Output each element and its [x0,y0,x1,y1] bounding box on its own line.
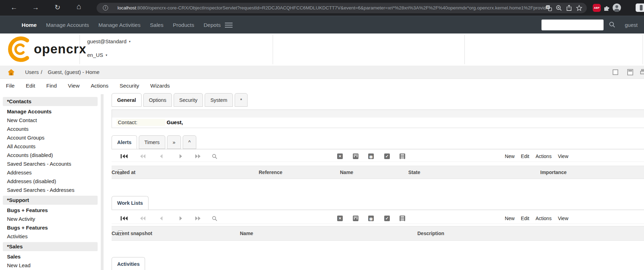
worklists-actions: NewEditActionsView [505,213,568,224]
first-page-icon[interactable] [120,216,128,221]
fast-next-icon[interactable] [194,153,202,159]
page-size-icon[interactable] [400,153,405,159]
grid-action-link[interactable]: Actions [536,216,552,221]
site-info-icon[interactable]: i [103,5,108,10]
fast-next-icon[interactable] [194,216,202,221]
menu-item[interactable]: Find [46,83,57,89]
sidebar-item[interactable]: All Accounts [0,142,100,151]
select-all-icon[interactable]: ✓ [384,216,390,221]
menu-item[interactable]: Actions [91,83,108,89]
object-tab[interactable]: General [112,93,142,107]
sidebar-item[interactable]: *Support [3,196,98,205]
alerts-toolbar: × ∗ ✓ NewEditActionsView [112,151,644,162]
sidebar-item[interactable]: Saved Searches - Accounts [0,159,100,168]
home-icon[interactable] [7,68,15,76]
column-filter-icon[interactable] [353,153,358,159]
sidebar-item[interactable]: New Contact [0,116,100,125]
grid-tab[interactable]: Activities [112,257,145,270]
contact-field-value[interactable]: Guest, [167,119,183,126]
grid-action-link[interactable]: Edit [521,153,529,159]
default-filter-icon[interactable]: ∗ [368,216,374,221]
opencrx-logo-icon [4,34,34,64]
grid-search-icon[interactable] [212,216,218,222]
activities-tab-strip: Activities [112,257,644,270]
breadcrumb-root[interactable]: Users [25,66,39,79]
object-tab[interactable]: * [235,93,248,107]
worklists-table-header: NameDescriptionCurrent snapshot [112,226,644,241]
nav-item[interactable]: Manage Accounts [46,22,89,28]
grid-action-link[interactable]: View [558,153,568,159]
grid-tab[interactable]: Work Lists [112,196,149,210]
contact-field-label: Contact: [116,119,165,126]
menu-item[interactable]: Edit [26,83,35,89]
sidebar-item[interactable]: Addresses [0,168,100,177]
column-header[interactable]: Importance [540,166,567,179]
column-header[interactable]: Reference [259,166,282,179]
grid-action-link[interactable]: New [505,153,515,159]
clear-filter-icon[interactable]: × [337,153,343,159]
sidebar-scrollbar[interactable] [101,94,104,270]
grid-tab[interactable]: ^ [183,135,196,149]
browser-back-icon[interactable]: ← [9,3,18,12]
sidebar: *ContactsManage AccountsNew ContactAccou… [0,96,100,270]
clear-filter-icon[interactable]: × [337,216,343,221]
breadcrumb-current[interactable]: Guest, (guest) - Home [48,66,99,79]
sidebar-item[interactable]: New Lead [0,261,100,270]
first-page-icon[interactable] [120,153,128,159]
fast-prev-icon[interactable] [139,216,147,221]
browser-reload-icon[interactable]: ↻ [53,3,62,12]
browser-forward-icon[interactable]: → [31,3,40,12]
fast-prev-icon[interactable] [139,153,147,159]
sidebar-item[interactable]: New Activity [0,215,100,223]
prev-page-icon[interactable] [158,216,166,221]
column-header[interactable]: Created at [112,166,135,179]
sidebar-item[interactable]: Bugs + Features [0,206,100,215]
column-header[interactable]: Name [240,226,253,240]
menu-item[interactable]: File [6,83,15,89]
sidebar-item[interactable]: Manage Accounts [0,107,100,116]
grid-action-link[interactable]: View [558,216,568,221]
column-header[interactable]: Description [417,226,444,240]
grid-action-link[interactable]: New [505,216,515,221]
next-page-icon[interactable] [177,216,184,221]
sidebar-item[interactable]: Sales [0,252,100,261]
menu-item[interactable]: View [68,83,79,89]
opencrx-logo-text: opencrx [34,42,86,57]
alerts-tab-strip: AlertsTimers»^ [112,135,644,149]
select-all-icon[interactable]: ✓ [384,153,390,159]
column-filter-icon[interactable] [353,216,358,221]
page-size-icon[interactable] [400,216,405,221]
worklists-tab-strip: Work Lists [112,196,644,210]
object-tab[interactable]: System [205,93,233,107]
grid-tab[interactable]: » [167,135,181,149]
alerts-actions: NewEditActionsView [505,151,568,162]
next-page-icon[interactable] [177,153,184,159]
grid-action-link[interactable]: Edit [521,216,529,221]
sidebar-item[interactable]: *Sales [3,242,98,251]
prev-page-icon[interactable] [158,153,166,159]
browser-home-icon[interactable]: ⌂ [74,2,83,11]
grid-search-icon[interactable] [212,153,218,159]
default-filter-icon[interactable]: ∗ [368,153,374,159]
sidebar-item[interactable]: *Contacts [3,97,98,106]
object-tab[interactable]: Security [174,93,203,107]
breadcrumb-separator: / [41,66,42,79]
general-panel: Contact: Guest, [112,110,644,128]
object-tab[interactable]: Options [143,93,172,107]
locale-dropdown[interactable]: en_US▾ [87,52,107,58]
nav-item[interactable]: Home [22,22,37,28]
column-header[interactable]: Current snapshot [112,226,152,240]
sidebar-item[interactable]: Saved Searches - Addresses [0,186,100,194]
sidebar-item[interactable]: Activities [0,232,100,241]
grid-tab[interactable]: Timers [139,135,165,149]
sidebar-item[interactable]: Bugs + Features [0,223,100,232]
alerts-table-header: ReferenceNameStateImportanceCreated at [112,166,644,179]
sidebar-item[interactable]: Accounts (disabled) [0,151,100,159]
grid-action-link[interactable]: Actions [536,153,552,159]
column-header[interactable]: State [408,166,420,179]
sidebar-item[interactable]: Addresses (disabled) [0,177,100,186]
grid-tab[interactable]: Alerts [112,135,137,149]
column-header[interactable]: Name [340,166,353,179]
sidebar-item[interactable]: Accounts [0,125,100,133]
sidebar-item[interactable]: Account Groups [0,133,100,142]
